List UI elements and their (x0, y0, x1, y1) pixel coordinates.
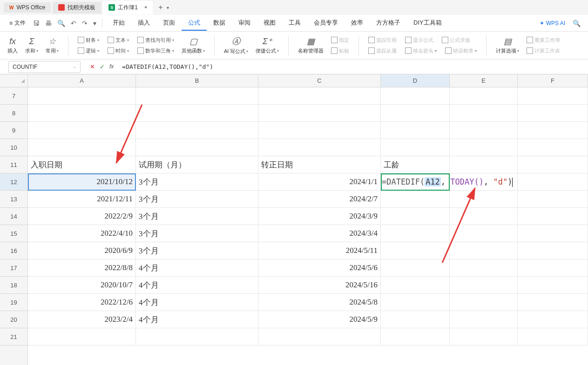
cell-B19[interactable]: 4个月 (136, 294, 258, 311)
cell-E21[interactable] (450, 328, 518, 345)
ribbon-datetime[interactable]: 时间▾ (106, 46, 131, 55)
row-header-7[interactable]: 7 (0, 87, 27, 105)
col-header-A[interactable]: A (28, 74, 136, 87)
cell-F12[interactable] (518, 173, 588, 191)
menu-tab-2[interactable]: 页面 (156, 16, 182, 31)
row-header-11[interactable]: 11 (0, 156, 27, 173)
save-icon[interactable]: 🖫 (31, 18, 41, 29)
row-header-20[interactable]: 20 (0, 311, 27, 328)
preview-icon[interactable]: 🔍 (55, 18, 67, 29)
search-icon[interactable]: 🔍 (571, 18, 582, 29)
cell-A11[interactable]: 入职日期 (28, 156, 136, 173)
row-header-14[interactable]: 14 (0, 208, 27, 225)
cell-F21[interactable] (518, 328, 588, 345)
cell-D11[interactable]: 工龄 (381, 156, 450, 173)
menu-tab-4[interactable]: 数据 (207, 16, 232, 31)
col-header-C[interactable]: C (258, 74, 381, 87)
tab-dropdown-icon[interactable]: ▾ (167, 5, 169, 10)
cell-D15[interactable] (381, 225, 450, 242)
cell-C20[interactable]: 2024/5/9 (258, 311, 381, 328)
menu-tab-3[interactable]: 公式 (182, 16, 207, 31)
add-tab-button[interactable]: + (158, 3, 162, 12)
ribbon-insert-fn[interactable]: fx 插入 (6, 37, 20, 54)
undo-icon[interactable]: ↶ (69, 18, 78, 29)
cell-A8[interactable] (28, 105, 136, 122)
cell-B10[interactable] (136, 139, 258, 156)
cell-A7[interactable] (28, 87, 136, 105)
col-header-F[interactable]: F (518, 74, 588, 87)
cell-E10[interactable] (450, 139, 518, 156)
cell-D16[interactable] (381, 242, 450, 259)
cell-F19[interactable] (518, 294, 588, 311)
name-box[interactable]: COUNTIF ⌄ (8, 61, 81, 73)
cell-D13[interactable] (381, 191, 450, 208)
cell-D20[interactable] (381, 311, 450, 328)
cell-C18[interactable]: 2024/5/16 (258, 277, 381, 294)
formula-accept-button[interactable]: ✓ (100, 63, 105, 70)
spreadsheet-grid[interactable]: ABCDEF 789101112131415161718192021 入职日期试… (0, 74, 588, 365)
cell-B12[interactable]: 3个月 (136, 173, 258, 191)
cell-B16[interactable]: 3个月 (136, 242, 258, 259)
cell-F15[interactable] (518, 225, 588, 242)
cell-D7[interactable] (381, 87, 450, 105)
cell-A18[interactable]: 2020/10/7 (28, 277, 136, 294)
cell-C11[interactable]: 转正日期 (258, 156, 381, 173)
cell-A12[interactable]: 2021/10/12 (28, 173, 136, 191)
ribbon-ai-formula[interactable]: Ⓐ AI 写公式▾ (222, 36, 250, 55)
cell-B18[interactable]: 4个月 (136, 277, 258, 294)
cell-B8[interactable] (136, 105, 258, 122)
cell-E11[interactable] (450, 156, 518, 173)
row-header-10[interactable]: 10 (0, 139, 27, 156)
cell-A17[interactable]: 2022/8/8 (28, 259, 136, 277)
row-header-21[interactable]: 21 (0, 328, 27, 345)
cell-A21[interactable] (28, 328, 136, 345)
select-all-corner[interactable] (0, 74, 28, 87)
more-qat-icon[interactable]: ▾ (91, 18, 98, 29)
cell-D9[interactable] (381, 122, 450, 139)
cell-E17[interactable] (450, 259, 518, 277)
cell-D19[interactable] (381, 294, 450, 311)
ribbon-calc-options[interactable]: ▤ 计算选项▾ (494, 36, 521, 54)
cell-B14[interactable]: 3个月 (136, 208, 258, 225)
ribbon-logic[interactable]: 逻辑▾ (76, 46, 101, 55)
cell-D17[interactable] (381, 259, 450, 277)
cell-B15[interactable]: 3个月 (136, 225, 258, 242)
cell-E9[interactable] (450, 122, 518, 139)
cell-E13[interactable] (450, 191, 518, 208)
cell-D14[interactable] (381, 208, 450, 225)
cell-D8[interactable] (381, 105, 450, 122)
cell-C19[interactable]: 2024/5/8 (258, 294, 381, 311)
row-header-9[interactable]: 9 (0, 122, 27, 139)
cell-C10[interactable] (258, 139, 381, 156)
cell-D12[interactable]: =DATEDIF(A12, TODAY(), "d") (381, 173, 450, 191)
row-header-13[interactable]: 13 (0, 191, 27, 208)
cell-D18[interactable] (381, 277, 450, 294)
cell-A16[interactable]: 2020/6/9 (28, 242, 136, 259)
cell-C13[interactable]: 2024/2/7 (258, 191, 381, 208)
menu-tab-1[interactable]: 插入 (131, 16, 156, 31)
cell-C14[interactable]: 2024/3/9 (258, 208, 381, 225)
cell-B11[interactable]: 试用期（月） (136, 156, 258, 173)
menu-tab-11[interactable]: DIY工具箱 (407, 16, 448, 31)
cell-A20[interactable]: 2023/2/4 (28, 311, 136, 328)
cell-C15[interactable]: 2024/3/4 (258, 225, 381, 242)
cell-A9[interactable] (28, 122, 136, 139)
ribbon-finance[interactable]: 财务▾ (76, 36, 101, 45)
cell-E18[interactable] (450, 277, 518, 294)
cell-A13[interactable]: 2021/12/11 (28, 191, 136, 208)
cell-F17[interactable] (518, 259, 588, 277)
cell-E7[interactable] (450, 87, 518, 105)
cell-B9[interactable] (136, 122, 258, 139)
col-header-D[interactable]: D (381, 74, 450, 87)
cell-A15[interactable]: 2022/4/10 (28, 225, 136, 242)
formula-cancel-button[interactable]: ✕ (90, 63, 95, 70)
ribbon-sum[interactable]: Σ 求和▾ (23, 37, 40, 54)
col-header-B[interactable]: B (136, 74, 258, 87)
cell-E8[interactable] (450, 105, 518, 122)
cell-B7[interactable] (136, 87, 258, 105)
redo-icon[interactable]: ↷ (80, 18, 89, 29)
cell-B20[interactable]: 4个月 (136, 311, 258, 328)
menu-tab-8[interactable]: 会员专享 (307, 16, 345, 31)
cell-A10[interactable] (28, 139, 136, 156)
cell-F8[interactable] (518, 105, 588, 122)
